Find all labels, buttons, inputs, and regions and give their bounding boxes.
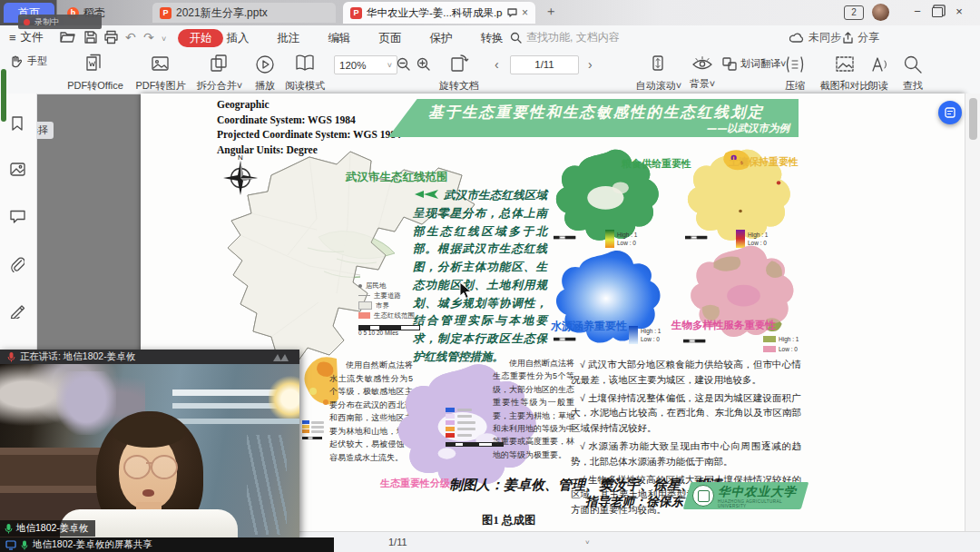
panel-indicator[interactable]: [1, 69, 6, 122]
quickbar-caret-icon[interactable]: ˅: [162, 34, 166, 44]
next-page-icon[interactable]: ›: [588, 57, 593, 72]
menu-convert[interactable]: 转换: [472, 31, 512, 46]
redo-icon[interactable]: ↷: [143, 30, 154, 44]
tab-close-icon[interactable]: ×: [522, 6, 528, 19]
university-logo-icon: [692, 485, 714, 507]
play-button[interactable]: 播放: [247, 54, 283, 93]
scrollbar-thumb[interactable]: [969, 98, 977, 140]
menu-insert[interactable]: 插入: [218, 31, 258, 46]
comment-panel-icon[interactable]: [10, 210, 25, 223]
credits-line1: 制图人：姜卓攸、管理、窦汝宇、徐星、胡涛: [449, 477, 721, 494]
pdf-to-office-button[interactable]: PDF转Office: [64, 54, 127, 93]
print-icon[interactable]: [103, 30, 119, 44]
snapshot-compare-icon: [834, 54, 856, 75]
prev-page-icon[interactable]: ‹: [495, 57, 499, 72]
zoom-out-icon[interactable]: [397, 57, 411, 72]
compress-icon: [784, 54, 806, 75]
menu-edit[interactable]: 编辑: [319, 31, 359, 46]
university-banner: 华中农业大学 HUAZHONG AGRICULTURAL UNIVERSITY: [687, 482, 805, 509]
split-merge-button[interactable]: 拆分合并˅: [192, 54, 247, 93]
read-aloud-icon: [867, 54, 889, 75]
bookmark-icon[interactable]: [10, 115, 24, 132]
find-icon: [902, 54, 924, 75]
close-button[interactable]: ×: [951, 5, 967, 18]
pdf-file-icon: P: [350, 7, 362, 19]
search-icon: [510, 32, 522, 44]
image-panel-icon[interactable]: [10, 163, 25, 176]
mouse-cursor: [459, 281, 474, 300]
statusbar-page: 1/11: [388, 537, 407, 547]
titlebar: 首页 b 稻壳 P 2021新生分享.pptx P 华中农业大学-姜...科研成…: [0, 0, 980, 25]
menu-comment[interactable]: 批注: [269, 31, 309, 46]
zoom-in-icon[interactable]: [416, 57, 431, 72]
rotate-doc-button[interactable]: 旋转文档: [434, 54, 485, 93]
recording-dot-icon: [24, 19, 30, 25]
tab-pptx[interactable]: P 2021新生分享.pptx: [152, 3, 336, 23]
new-tab-button[interactable]: ＋: [544, 4, 557, 20]
compress-button[interactable]: 压缩: [775, 54, 815, 93]
zoom-select[interactable]: 120%˅: [334, 55, 397, 74]
person-mouth: [142, 489, 154, 497]
search-input[interactable]: 查找功能, 文档内容: [510, 30, 620, 45]
caret-icon: ˅: [237, 80, 242, 91]
read-mode-button[interactable]: 阅读模式: [281, 54, 328, 93]
share-button[interactable]: 分享: [842, 30, 879, 45]
auto-scroll-icon: [651, 54, 667, 75]
page-indicator[interactable]: 1/11: [510, 55, 579, 74]
water-legend: High : 1Low : 0: [629, 326, 661, 344]
file-menu[interactable]: ≡ 文件: [9, 30, 44, 45]
grain-map-title: 粮食供给重要性: [622, 157, 691, 171]
attachment-icon[interactable]: [10, 257, 24, 272]
save-icon[interactable]: [83, 30, 98, 44]
water-map-title: 水源涵养重要性: [551, 319, 627, 334]
menu-protect[interactable]: 保护: [421, 31, 461, 46]
watermark-logo-icon: [272, 352, 292, 362]
find-button[interactable]: 查找: [895, 54, 931, 93]
minimize-button[interactable]: −: [909, 5, 926, 18]
screen-share-indicator[interactable]: 地信1802-姜卓攸的屏幕共享: [0, 537, 334, 552]
sync-status[interactable]: 未同步: [789, 30, 841, 45]
read-aloud-button[interactable]: 朗读: [860, 54, 897, 93]
university-name: 华中农业大学: [718, 484, 797, 500]
word-translate-icon: [722, 57, 737, 71]
eco-grading-text: 使用自然断点法将生态重要性分为5个等级，大部分地区的生态重要性等级为一般重要，主…: [493, 357, 574, 461]
avatar[interactable]: [872, 4, 889, 21]
split-merge-icon: [209, 54, 230, 75]
share-icon: [842, 32, 854, 44]
play-icon: [254, 54, 276, 75]
signature-icon[interactable]: [10, 304, 25, 319]
webcam-name-chip: 地信1802-姜卓攸: [0, 520, 95, 537]
water-legend-ramp: [629, 326, 638, 344]
background-button[interactable]: 背景˅: [682, 54, 722, 91]
menu-pages[interactable]: 页面: [370, 31, 410, 46]
credits-line2: 指导老师：徐保东: [585, 494, 683, 510]
legend-redline-swatch: [358, 312, 370, 319]
webcam-header: 正在讲话: 地信1802-姜卓攸: [0, 350, 299, 364]
bio-high-swatch: [763, 336, 776, 342]
tab-pdf-active[interactable]: P 华中农业大学-姜...科研成果.pdf ×: [343, 2, 535, 24]
restore-button[interactable]: [932, 7, 943, 17]
eye-icon: [691, 54, 714, 74]
grain-scale: [554, 236, 575, 238]
window-count-badge[interactable]: 2: [844, 5, 864, 20]
caret-icon[interactable]: ˅: [585, 538, 590, 547]
mic-small-icon: [21, 540, 28, 550]
bio-scale: [683, 340, 705, 341]
webcam-video[interactable]: [0, 364, 299, 537]
undo-icon[interactable]: ↶: [125, 30, 136, 44]
auto-scroll-button[interactable]: 自动滚动˅: [633, 54, 684, 93]
hand-tool[interactable]: 手型: [9, 54, 47, 68]
figure-caption: 图1 总成图: [482, 513, 535, 528]
person-bangs: [113, 417, 185, 448]
menu-start[interactable]: 开始: [178, 29, 223, 47]
main-map-title: 武汉市生态红线范围: [346, 170, 448, 185]
speaking-mic-icon: [7, 351, 15, 362]
open-icon[interactable]: [60, 30, 76, 44]
scrollbar[interactable]: [965, 94, 980, 531]
pdf-to-image-button[interactable]: PDF转图片: [132, 54, 189, 93]
green-arrow-icon: [415, 189, 442, 200]
poster-banner: 基于生态重要性和生态敏感性的生态红线划定 ——以武汉市为例: [388, 99, 799, 137]
caret-icon: ˅: [676, 80, 681, 91]
wps-assistant-button[interactable]: [938, 101, 962, 124]
main-map-legend: 居民地 主要道路 市界 生态红线范围 0 5 10 20 Miles: [358, 281, 420, 336]
